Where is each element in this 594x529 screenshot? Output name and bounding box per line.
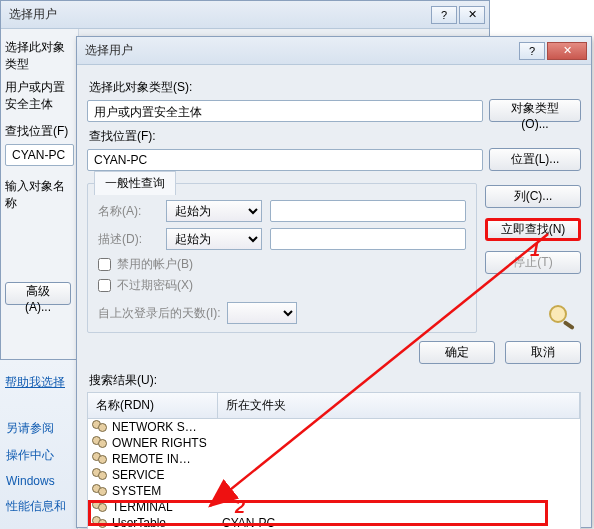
users-icon bbox=[92, 436, 108, 450]
location-field[interactable]: CYAN-PC bbox=[87, 149, 483, 171]
table-row[interactable]: NETWORK S… bbox=[88, 419, 580, 435]
col-folder[interactable]: 所在文件夹 bbox=[218, 393, 580, 418]
cell-rdn: OWNER RIGHTS bbox=[112, 436, 222, 450]
annotation-2: 2 bbox=[235, 497, 245, 518]
perf-info-link[interactable]: 性能信息和 bbox=[6, 498, 71, 515]
col-rdn[interactable]: 名称(RDN) bbox=[88, 393, 218, 418]
users-icon bbox=[92, 468, 108, 482]
cell-rdn: NETWORK S… bbox=[112, 420, 222, 434]
label: 名称(A): bbox=[98, 203, 158, 220]
table-row[interactable]: SYSTEM bbox=[88, 483, 580, 499]
window-title: 选择用户 bbox=[85, 42, 133, 59]
name-input[interactable] bbox=[270, 200, 466, 222]
cell-rdn: SERVICE bbox=[112, 468, 222, 482]
users-icon bbox=[92, 420, 108, 434]
disabled-accounts-checkbox[interactable] bbox=[98, 258, 111, 271]
ok-button[interactable]: 确定 bbox=[419, 341, 495, 364]
help-icon[interactable]: ? bbox=[431, 6, 457, 24]
label: 查找位置(F): bbox=[89, 128, 581, 145]
name-mode-select[interactable]: 起始为 bbox=[166, 200, 262, 222]
action-center-link[interactable]: 操作中心 bbox=[6, 447, 71, 464]
annotation-highlight-row-top bbox=[88, 500, 548, 516]
users-icon bbox=[92, 452, 108, 466]
label: 选择此对象类型 bbox=[5, 39, 74, 73]
cell-rdn: REMOTE IN… bbox=[112, 452, 222, 466]
common-queries-group: 一般性查询 名称(A): 起始为 描述(D): 起始为 bbox=[87, 183, 477, 333]
desc-input[interactable] bbox=[270, 228, 466, 250]
label: 查找位置(F) bbox=[5, 123, 74, 140]
days-since-select[interactable] bbox=[227, 302, 297, 324]
location-field[interactable]: CYAN-PC bbox=[5, 144, 74, 166]
search-icon bbox=[545, 302, 581, 333]
table-row[interactable]: SERVICE bbox=[88, 467, 580, 483]
help-icon[interactable]: ? bbox=[519, 42, 545, 60]
label: 描述(D): bbox=[98, 231, 158, 248]
label: 自上次登录后的天数(I): bbox=[98, 305, 221, 322]
label: 用户或内置安全主体 bbox=[5, 79, 74, 113]
svg-rect-1 bbox=[563, 320, 575, 330]
annotation-1: 1 bbox=[530, 240, 540, 261]
select-user-dialog: 选择用户 ? ✕ 选择此对象类型(S): 用户或内置安全主体 对象类型(O)..… bbox=[76, 36, 592, 528]
table-row[interactable]: REMOTE IN… bbox=[88, 451, 580, 467]
locations-button[interactable]: 位置(L)... bbox=[489, 148, 581, 171]
close-icon[interactable]: ✕ bbox=[459, 6, 485, 24]
table-row[interactable]: OWNER RIGHTS bbox=[88, 435, 580, 451]
windows-link[interactable]: Windows bbox=[6, 474, 71, 488]
titlebar: 选择用户 ? ✕ bbox=[77, 37, 591, 65]
cell-rdn: SYSTEM bbox=[112, 484, 222, 498]
tab-common-queries[interactable]: 一般性查询 bbox=[94, 171, 176, 195]
close-icon[interactable]: ✕ bbox=[547, 42, 587, 60]
label: 输入对象名称 bbox=[5, 178, 74, 212]
columns-button[interactable]: 列(C)... bbox=[485, 185, 581, 208]
label: 选择此对象类型(S): bbox=[89, 79, 581, 96]
svg-point-0 bbox=[550, 306, 566, 322]
label: 不过期密码(X) bbox=[117, 277, 193, 294]
window-title: 选择用户 bbox=[9, 6, 57, 23]
find-now-button[interactable]: 立即查找(N) bbox=[485, 218, 581, 241]
users-icon bbox=[92, 484, 108, 498]
object-type-field[interactable]: 用户或内置安全主体 bbox=[87, 100, 483, 122]
see-also-link[interactable]: 另请参阅 bbox=[6, 420, 71, 437]
label: 搜索结果(U): bbox=[89, 372, 581, 389]
results-header: 名称(RDN) 所在文件夹 bbox=[87, 392, 581, 418]
non-expiring-checkbox[interactable] bbox=[98, 279, 111, 292]
object-types-button[interactable]: 对象类型(O)... bbox=[489, 99, 581, 122]
advanced-button[interactable]: 高级(A)... bbox=[5, 282, 71, 305]
titlebar: 选择用户 ? ✕ bbox=[1, 1, 489, 29]
desc-mode-select[interactable]: 起始为 bbox=[166, 228, 262, 250]
help-link[interactable]: 帮助我选择 bbox=[5, 374, 65, 391]
cancel-button[interactable]: 取消 bbox=[505, 341, 581, 364]
label: 禁用的帐户(B) bbox=[117, 256, 193, 273]
